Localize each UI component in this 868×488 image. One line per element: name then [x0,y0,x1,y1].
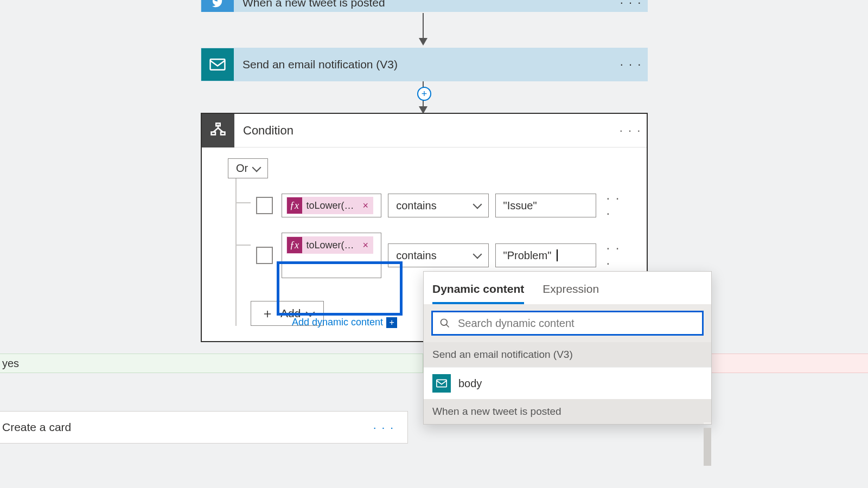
operator-dropdown[interactable]: contains [388,243,488,267]
tab-dynamic-content[interactable]: Dynamic content [432,279,524,304]
more-icon[interactable]: · · · [615,0,647,10]
fx-icon: ƒx [287,236,302,254]
svg-rect-0 [210,59,225,70]
condition-row: ƒx toLower(… × contains "Problem" · · · [237,221,631,278]
search-input[interactable] [458,317,695,330]
flow-step-label: Create a card [2,421,71,434]
expression-chip[interactable]: ƒx toLower(… × [286,197,374,214]
flyout-group-header: Send an email notification (V3) [424,342,711,367]
fx-icon: ƒx [287,197,302,214]
svg-rect-2 [212,132,216,134]
chevron-down-icon [473,200,482,209]
flow-step-create-card[interactable]: Create a card · · · [0,411,408,444]
group-operator-dropdown[interactable]: Or [228,158,268,178]
more-icon[interactable]: · · · [615,57,647,72]
condition-left-value[interactable]: ƒx toLower(… × [282,233,382,278]
search-icon [439,318,450,329]
twitter-icon [201,0,234,12]
plus-icon: ＋ [261,307,274,320]
svg-line-5 [446,325,449,328]
row-checkbox[interactable] [256,197,272,214]
operator-label: contains [396,249,437,262]
svg-point-4 [441,319,448,326]
flyout-group-header: When a new tweet is posted [424,399,711,424]
condition-row: ƒx toLower(… × contains "Issue" · · · [237,178,631,221]
flow-step-label: When a new tweet is posted [234,0,615,9]
condition-right-value[interactable]: "Issue" [495,194,597,217]
email-icon [432,374,451,393]
condition-right-value[interactable]: "Problem" [495,243,597,267]
text-cursor [557,249,558,261]
email-icon [201,48,234,81]
flyout-tabs: Dynamic content Expression [424,279,711,304]
flow-step-twitter[interactable]: When a new tweet is posted · · · [201,0,648,12]
condition-icon [202,114,234,147]
expression-text: toLower(… [302,240,359,251]
plus-icon: + [386,317,397,328]
group-operator-label: Or [236,162,248,175]
search-input-wrap [431,311,704,336]
chevron-down-icon [473,250,482,259]
dynamic-content-flyout: Dynamic content Expression Send an email… [423,271,712,425]
condition-left-value[interactable]: ƒx toLower(… × [282,194,382,217]
condition-header[interactable]: Condition · · · [202,114,647,147]
add-dynamic-content-link[interactable]: Add dynamic content + [292,317,397,328]
remove-chip-button[interactable]: × [359,240,373,251]
branch-yes[interactable]: yes [0,354,423,373]
flow-step-label: Send an email notification (V3) [234,58,615,71]
scrollbar[interactable] [704,422,711,424]
row-checkbox[interactable] [256,247,272,264]
flow-step-email[interactable]: Send an email notification (V3) · · · [201,48,648,81]
add-step-button[interactable]: + [417,87,431,101]
svg-rect-3 [221,132,225,134]
condition-title: Condition [234,124,614,138]
remove-chip-button[interactable]: × [359,200,373,211]
item-label: body [458,377,482,390]
tab-expression[interactable]: Expression [542,279,599,304]
chevron-down-icon [306,308,315,317]
expression-chip[interactable]: ƒx toLower(… × [286,236,374,254]
dynamic-content-item[interactable]: body [424,367,711,399]
svg-rect-6 [437,380,446,387]
flow-arrow [418,13,429,46]
operator-label: contains [396,200,437,212]
scrollbar-thumb[interactable] [704,428,711,466]
more-icon[interactable]: · · · [614,124,647,138]
row-more-icon[interactable]: · · · [603,190,631,221]
row-more-icon[interactable]: · · · [603,240,631,271]
operator-dropdown[interactable]: contains [388,194,488,217]
more-icon[interactable]: · · · [373,421,394,434]
chevron-down-icon [252,163,261,172]
expression-text: toLower(… [302,200,359,211]
